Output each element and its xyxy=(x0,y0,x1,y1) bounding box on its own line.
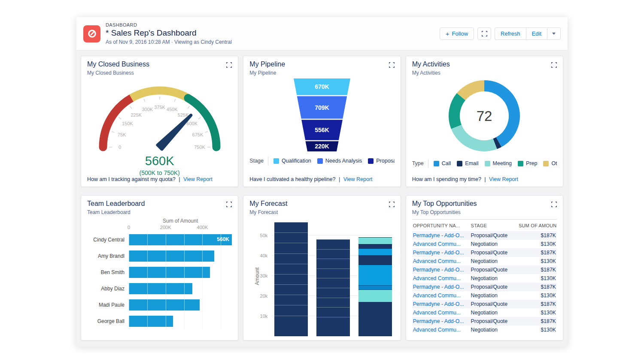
forecast-bar-segment[interactable] xyxy=(358,244,392,248)
opportunity-link[interactable]: Permadyne - Add-O... xyxy=(413,250,464,256)
svg-text:300K: 300K xyxy=(142,107,153,112)
forecast-bar[interactable] xyxy=(358,237,392,336)
forecast-bar-segment[interactable] xyxy=(358,302,392,336)
dashboard-icon xyxy=(83,25,100,42)
expand-button[interactable] xyxy=(550,201,558,209)
leaderboard-bar[interactable]: 560K xyxy=(129,234,232,245)
legend-label: Email xyxy=(465,160,478,166)
forecast-bar-segment[interactable] xyxy=(316,317,350,327)
svg-text:450K: 450K xyxy=(167,107,178,112)
axis-tick-label: 200K xyxy=(160,225,171,230)
forecast-bar-segment[interactable] xyxy=(274,243,308,253)
forecast-bar-segment[interactable] xyxy=(358,248,392,255)
forecast-bar-segment[interactable] xyxy=(274,222,308,232)
forecast-bar-segment[interactable] xyxy=(358,265,392,285)
expand-button[interactable] xyxy=(388,61,395,70)
donut-segment[interactable] xyxy=(495,142,499,144)
card-my-pipeline: My Pipeline My Pipeline 670K709K556K220K… xyxy=(243,56,401,187)
stage-cell: Proposal/Quote xyxy=(470,317,518,326)
opportunity-link[interactable]: Advanced Commu... xyxy=(413,293,461,299)
opportunity-link[interactable]: Permadyne - Add-O... xyxy=(413,284,464,290)
opportunity-name-cell: Permadyne - Add-O... xyxy=(412,248,470,257)
leaderboard-bar[interactable] xyxy=(129,267,210,278)
column-header-stage[interactable]: STAGE xyxy=(470,220,518,232)
forecast-bar-segment[interactable] xyxy=(358,237,392,244)
leaderboard-row: Madi Paule xyxy=(87,297,232,313)
axis-title: Sum of Amount xyxy=(129,218,232,224)
forecast-bar-segment[interactable] xyxy=(358,285,392,290)
forecast-bar-segment[interactable] xyxy=(316,259,350,268)
dashboard-header: DASHBOARD * Sales Rep's Dashboard As of … xyxy=(76,17,568,51)
forecast-bar-segment[interactable] xyxy=(358,255,392,265)
leaderboard-bar[interactable] xyxy=(129,316,173,327)
forecast-bar-segment[interactable] xyxy=(274,253,308,264)
expand-button[interactable] xyxy=(550,61,558,70)
forecast-bar-segment[interactable] xyxy=(316,249,350,259)
opportunity-link[interactable]: Permadyne - Add-O... xyxy=(413,232,464,238)
forecast-bar-segment[interactable] xyxy=(316,307,350,317)
table-header-row: OPPORTUNITY NA... STAGE SUM OF AMOUNT xyxy=(412,220,557,232)
opportunity-link[interactable]: Advanced Commu... xyxy=(413,275,461,281)
forecast-bar-segment[interactable] xyxy=(316,268,350,278)
forecast-bar-segment[interactable] xyxy=(316,298,350,308)
forecast-bar-segment[interactable] xyxy=(274,326,308,336)
opportunity-link[interactable]: Permadyne - Add-O... xyxy=(413,318,464,324)
view-report-link[interactable]: View Report xyxy=(183,176,213,182)
forecast-bar[interactable] xyxy=(316,239,350,336)
opportunity-link[interactable]: Advanced Commu... xyxy=(413,258,461,264)
chevron-down-icon xyxy=(552,33,556,35)
funnel-chart[interactable]: 670K709K556K220K xyxy=(251,78,393,152)
opportunity-link[interactable]: Advanced Commu... xyxy=(413,241,461,247)
more-actions-button[interactable] xyxy=(547,27,561,40)
icon-button[interactable] xyxy=(477,27,491,40)
leaderboard-bar[interactable] xyxy=(129,283,192,294)
forecast-bar-segment[interactable] xyxy=(274,316,308,326)
leaderboard-row: George Ball xyxy=(87,313,232,329)
forecast-bar-segment[interactable] xyxy=(274,264,308,274)
leaderboard-bar[interactable] xyxy=(129,250,214,262)
legend-divider xyxy=(268,157,268,165)
page-title: * Sales Rep's Dashboard xyxy=(106,28,440,38)
forecast-bar-segment[interactable] xyxy=(316,288,350,298)
donut-segment[interactable] xyxy=(461,86,484,97)
opportunity-link[interactable]: Advanced Commu... xyxy=(413,310,461,316)
refresh-button[interactable]: Refresh xyxy=(495,27,526,40)
forecast-bar-segment[interactable] xyxy=(316,239,350,249)
expand-button[interactable] xyxy=(225,61,233,70)
column-header-sum-of-amount[interactable]: SUM OF AMOUNT xyxy=(518,220,557,232)
forecast-bar-segment[interactable] xyxy=(274,274,308,284)
opportunity-link[interactable]: Advanced Commu... xyxy=(413,327,461,333)
forecast-bar[interactable] xyxy=(274,222,308,336)
edit-button[interactable]: Edit xyxy=(526,27,547,40)
column-header-opportunity-name[interactable]: OPPORTUNITY NA... xyxy=(412,220,470,232)
amount-cell: $130K xyxy=(518,274,557,283)
amount-cell: $187K xyxy=(518,317,557,326)
forecast-bar-segment[interactable] xyxy=(316,326,350,336)
donut-chart[interactable]: 72 xyxy=(445,77,523,155)
expand-button[interactable] xyxy=(225,201,233,209)
gauge-chart-area[interactable]: 075K150K225K300K375K450K525K600K675K750K… xyxy=(87,79,232,176)
donut-segment[interactable] xyxy=(454,97,461,127)
opportunity-link[interactable]: Permadyne - Add-O... xyxy=(413,267,464,273)
header-actions: + Follow Refresh Edit xyxy=(440,27,561,40)
forecast-bar-segment[interactable] xyxy=(274,295,308,305)
follow-button[interactable]: + Follow xyxy=(440,27,474,40)
forecast-bar-segment[interactable] xyxy=(316,278,350,288)
forecast-bar-segment[interactable] xyxy=(358,290,392,302)
view-report-link[interactable]: View Report xyxy=(489,176,518,182)
legend-label: Prep xyxy=(526,160,537,166)
opportunity-link[interactable]: Permadyne - Add-O... xyxy=(413,301,464,307)
svg-text:750K: 750K xyxy=(194,145,205,150)
svg-text:709K: 709K xyxy=(315,104,329,111)
opportunity-name-cell: Advanced Commu... xyxy=(412,257,470,265)
dashboard-panel: DASHBOARD * Sales Rep's Dashboard As of … xyxy=(76,17,568,347)
leaderboard-bar[interactable] xyxy=(129,299,200,311)
expand-button[interactable] xyxy=(388,201,395,209)
view-report-link[interactable]: View Report xyxy=(343,176,373,182)
forecast-bar-segment[interactable] xyxy=(274,305,308,315)
forecast-bar-segment[interactable] xyxy=(274,232,308,243)
card-title: My Closed Business xyxy=(87,60,232,68)
forecast-bar-segment[interactable] xyxy=(274,284,308,295)
donut-segment[interactable] xyxy=(456,127,495,146)
footer-question: How am I tracking against my quota? xyxy=(87,176,176,182)
